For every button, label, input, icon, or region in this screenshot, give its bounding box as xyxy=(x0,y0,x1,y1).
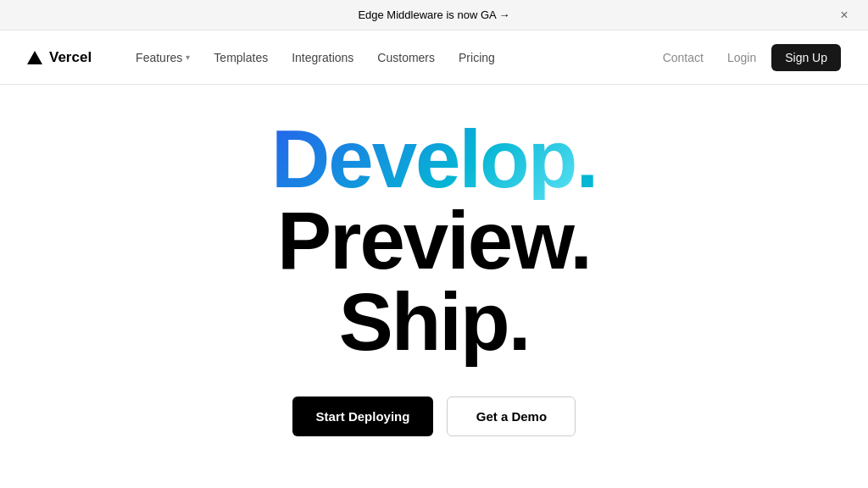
announcement-banner: Edge Middleware is now GA → × xyxy=(0,0,868,30)
banner-close-button[interactable]: × xyxy=(834,5,854,25)
login-link[interactable]: Login xyxy=(719,46,765,69)
nav-item-integrations[interactable]: Integrations xyxy=(281,46,364,69)
nav-item-templates[interactable]: Templates xyxy=(203,46,278,69)
navbar: Vercel Features ▾ Templates Integrations… xyxy=(0,30,868,85)
hero-line-ship: Ship. xyxy=(271,281,597,363)
hero-section: Develop. Preview. Ship. Start Deploying … xyxy=(0,85,868,436)
chevron-down-icon: ▾ xyxy=(186,53,190,62)
nav-item-pricing[interactable]: Pricing xyxy=(448,46,505,69)
banner-text[interactable]: Edge Middleware is now GA → xyxy=(358,8,509,21)
hero-title: Develop. Preview. Ship. xyxy=(271,119,597,363)
logo[interactable]: Vercel xyxy=(27,49,92,66)
get-demo-button[interactable]: Get a Demo xyxy=(447,396,576,436)
hero-buttons: Start Deploying Get a Demo xyxy=(292,396,576,436)
start-deploying-button[interactable]: Start Deploying xyxy=(292,396,434,436)
logo-text: Vercel xyxy=(49,49,92,66)
hero-line-preview: Preview. xyxy=(271,200,597,281)
logo-triangle-icon xyxy=(27,51,42,64)
hero-line-develop: Develop. xyxy=(271,119,597,200)
nav-links: Features ▾ Templates Integrations Custom… xyxy=(125,46,654,69)
nav-item-customers[interactable]: Customers xyxy=(367,46,445,69)
nav-item-features[interactable]: Features ▾ xyxy=(125,46,200,69)
contact-link[interactable]: Contact xyxy=(654,46,712,69)
signup-button[interactable]: Sign Up xyxy=(771,44,841,71)
nav-right: Contact Login Sign Up xyxy=(654,44,841,71)
